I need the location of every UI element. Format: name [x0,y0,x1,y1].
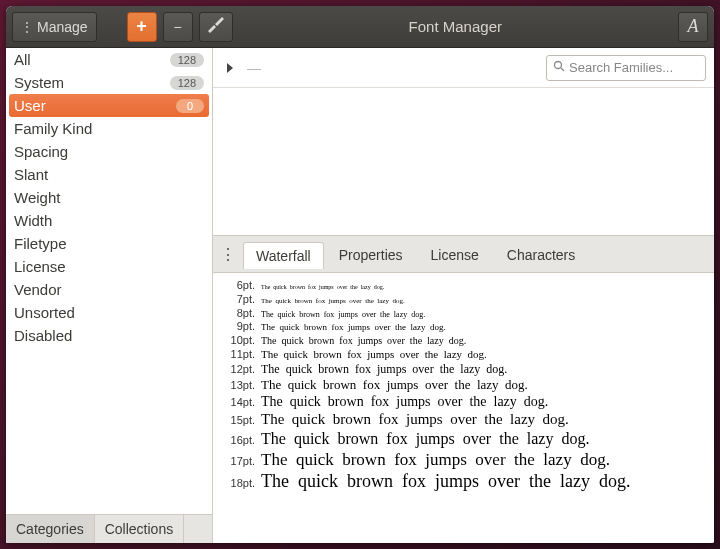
count-badge: 0 [176,99,204,113]
sidebar-item-disabled[interactable]: Disabled [6,324,212,347]
waterfall-row: 12pt.The quick brown fox jumps over the … [219,362,714,377]
tab-categories[interactable]: Categories [6,515,95,543]
sample-text: The quick brown fox jumps over the lazy … [261,449,610,470]
breadcrumb-empty: — [247,60,261,76]
sidebar-item-label: System [14,74,64,91]
body: All128System128User0Family KindSpacingSl… [6,48,714,543]
minus-icon: − [174,19,182,35]
sidebar-item-label: License [14,258,66,275]
sidebar-item-label: Filetype [14,235,67,252]
remove-button[interactable]: − [163,12,193,42]
preview-tab-properties[interactable]: Properties [326,241,416,268]
waterfall-row: 9pt.The quick brown fox jumps over the l… [219,320,714,334]
sample-text: The quick brown fox jumps over the lazy … [261,348,487,362]
window-title: Font Manager [239,18,672,35]
drag-grip-icon[interactable]: ⋮ [219,242,237,266]
sample-text: The quick brown fox jumps over the lazy … [261,297,405,306]
sidebar-item-unsorted[interactable]: Unsorted [6,301,212,324]
waterfall-row: 13pt.The quick brown fox jumps over the … [219,377,714,393]
svg-line-1 [561,68,564,71]
search-icon [553,60,565,75]
sidebar-item-system[interactable]: System128 [6,71,212,94]
pt-label: 14pt. [219,396,261,410]
sidebar-item-label: Slant [14,166,48,183]
breadcrumb-bar: — Search Families... [213,48,714,88]
preview-tab-waterfall[interactable]: Waterfall [243,242,324,269]
wrench-icon [208,17,224,36]
sidebar-item-label: All [14,51,31,68]
sample-text: The quick brown fox jumps over the lazy … [261,335,466,348]
pt-label: 15pt. [219,414,261,428]
waterfall-row: 15pt.The quick brown fox jumps over the … [219,410,714,429]
sample-text: The quick brown fox jumps over the lazy … [261,429,589,449]
menu-dots-icon: ⋮ [21,20,33,34]
waterfall-row: 17pt.The quick brown fox jumps over the … [219,449,714,470]
waterfall-row: 14pt.The quick brown fox jumps over the … [219,393,714,411]
pt-label: 18pt. [219,477,261,491]
pt-label: 16pt. [219,434,261,448]
search-placeholder: Search Families... [569,60,673,75]
sidebar-item-all[interactable]: All128 [6,48,212,71]
pt-label: 17pt. [219,455,261,469]
add-remove-group: + − [127,12,193,42]
sidebar-item-label: Family Kind [14,120,92,137]
search-families[interactable]: Search Families... [546,55,706,81]
waterfall-row: 16pt.The quick brown fox jumps over the … [219,429,714,449]
pt-label: 6pt. [219,279,261,293]
pt-label: 13pt. [219,379,261,393]
sample-text: The quick brown fox jumps over the lazy … [261,362,507,377]
sample-text: The quick brown fox jumps over the lazy … [261,470,630,493]
sidebar: All128System128User0Family KindSpacingSl… [6,48,213,543]
font-manager-window: ⋮ Manage + − Font Manager A All128System… [6,6,714,543]
preview-tab-license[interactable]: License [418,241,492,268]
waterfall-row: 11pt.The quick brown fox jumps over the … [219,348,714,362]
waterfall-row: 6pt.The quick brown fox jumps over the l… [219,279,714,293]
font-a-icon: A [688,16,699,37]
pt-label: 7pt. [219,293,261,307]
pt-label: 9pt. [219,320,261,334]
waterfall-row: 8pt.The quick brown fox jumps over the l… [219,307,714,321]
sidebar-item-family-kind[interactable]: Family Kind [6,117,212,140]
sample-text: The quick brown fox jumps over the lazy … [261,310,425,320]
sample-text: The quick brown fox jumps over the lazy … [261,377,528,393]
sidebar-item-user[interactable]: User0 [9,94,209,117]
about-button[interactable]: A [678,12,708,42]
sample-text: The quick brown fox jumps over the lazy … [261,410,569,429]
family-list-empty [213,88,714,236]
manage-button[interactable]: ⋮ Manage [12,12,97,42]
waterfall-row: 7pt.The quick brown fox jumps over the l… [219,293,714,307]
count-badge: 128 [170,53,204,67]
pt-label: 11pt. [219,348,261,362]
sidebar-item-slant[interactable]: Slant [6,163,212,186]
preferences-button[interactable] [199,12,233,42]
preview-tab-characters[interactable]: Characters [494,241,588,268]
category-list[interactable]: All128System128User0Family KindSpacingSl… [6,48,212,514]
sidebar-item-license[interactable]: License [6,255,212,278]
count-badge: 128 [170,76,204,90]
plus-icon: + [136,16,147,37]
waterfall-row: 18pt.The quick brown fox jumps over the … [219,470,714,493]
breadcrumb-expand[interactable] [221,59,239,77]
sidebar-item-label: User [14,97,46,114]
pt-label: 12pt. [219,363,261,377]
sidebar-item-width[interactable]: Width [6,209,212,232]
sidebar-item-vendor[interactable]: Vendor [6,278,212,301]
add-button[interactable]: + [127,12,157,42]
sidebar-item-label: Weight [14,189,60,206]
svg-point-0 [555,62,562,69]
sidebar-item-label: Vendor [14,281,62,298]
sidebar-item-label: Disabled [14,327,72,344]
sample-text: The quick brown fox jumps over the lazy … [261,322,446,333]
sidebar-tabs: Categories Collections [6,514,212,543]
sidebar-item-spacing[interactable]: Spacing [6,140,212,163]
sidebar-item-filetype[interactable]: Filetype [6,232,212,255]
sidebar-item-label: Unsorted [14,304,75,321]
pt-label: 10pt. [219,334,261,348]
titlebar: ⋮ Manage + − Font Manager A [6,6,714,48]
tab-collections[interactable]: Collections [95,515,184,543]
chevron-right-icon [225,59,235,77]
preview-tabs: ⋮ WaterfallPropertiesLicenseCharacters [213,236,714,273]
sidebar-item-weight[interactable]: Weight [6,186,212,209]
pt-label: 8pt. [219,307,261,321]
sidebar-item-label: Spacing [14,143,68,160]
